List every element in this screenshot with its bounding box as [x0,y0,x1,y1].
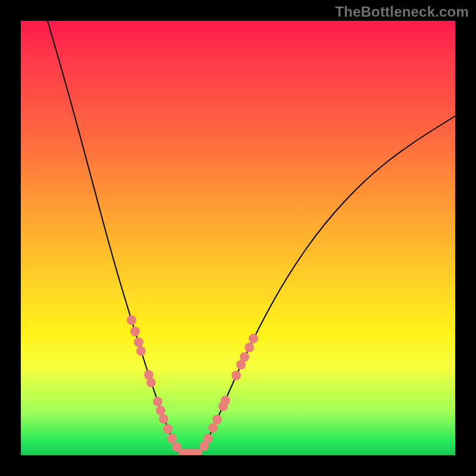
chart-root: TheBottleneck.com [0,0,476,476]
left-curve [48,21,181,452]
data-dot [208,423,218,433]
data-dot [127,315,136,325]
data-dot [245,343,254,352]
data-dot [156,406,165,415]
data-dot [212,415,222,424]
plot-area [21,21,455,455]
right-curve [199,116,455,452]
data-dot [249,334,258,343]
data-dot [231,371,241,380]
watermark-text: TheBottleneck.com [335,4,469,20]
data-dot [146,378,156,387]
data-dot [172,442,181,452]
dots-left-group [127,315,181,452]
data-dot [203,434,213,443]
curves-svg [21,21,455,455]
data-dot [163,424,173,434]
data-dot [134,337,143,347]
data-dot [159,414,168,424]
data-dot [167,434,177,443]
data-dot [153,397,162,406]
data-dot [130,327,140,336]
data-dot [221,396,230,405]
data-dot [240,352,249,362]
data-dot [136,346,146,356]
